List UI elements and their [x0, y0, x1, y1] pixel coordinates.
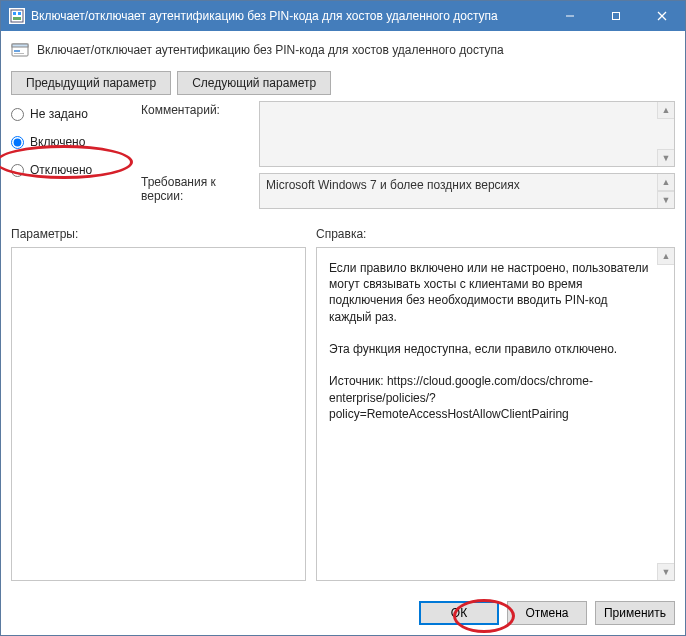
scroll-up-icon[interactable]: ▲ [657, 248, 674, 265]
version-label: Требования к версии: [141, 173, 249, 209]
help-text: Если правило включено или не настроено, … [317, 248, 674, 434]
policy-editor-window: Включает/отключает аутентификацию без PI… [0, 0, 686, 636]
radio-not-configured-label: Не задано [30, 107, 88, 121]
comment-value [260, 102, 674, 110]
help-label: Справка: [316, 227, 366, 241]
dialog-footer: ОК Отмена Применить [1, 591, 685, 635]
svg-rect-0 [11, 10, 23, 22]
policy-header: Включает/отключает аутентификацию без PI… [1, 31, 685, 63]
ok-button[interactable]: ОК [419, 601, 499, 625]
radio-disabled[interactable]: Отключено [11, 163, 131, 177]
scroll-down-icon[interactable]: ▼ [657, 191, 674, 208]
radio-enabled-input[interactable] [11, 136, 24, 149]
radio-disabled-input[interactable] [11, 164, 24, 177]
comment-textarea[interactable]: ▲ ▼ [259, 101, 675, 167]
radio-enabled-label: Включено [30, 135, 85, 149]
version-textarea: Microsoft Windows 7 и более поздних верс… [259, 173, 675, 209]
scroll-up-icon[interactable]: ▲ [657, 102, 674, 119]
svg-rect-1 [13, 12, 16, 15]
apply-button[interactable]: Применить [595, 601, 675, 625]
cancel-button[interactable]: Отмена [507, 601, 587, 625]
scroll-up-icon[interactable]: ▲ [657, 174, 674, 191]
svg-rect-5 [613, 13, 620, 20]
scroll-down-icon[interactable]: ▼ [657, 563, 674, 580]
svg-rect-9 [12, 44, 28, 47]
radio-not-configured-input[interactable] [11, 108, 24, 121]
policy-icon [11, 41, 29, 59]
svg-rect-10 [14, 50, 20, 52]
fields-column: Комментарий: ▲ ▼ Требования к версии: Mi… [141, 101, 675, 209]
params-panel [11, 247, 306, 581]
svg-rect-11 [14, 53, 24, 54]
radio-not-configured[interactable]: Не задано [11, 107, 131, 121]
app-icon [9, 8, 25, 24]
next-setting-button[interactable]: Следующий параметр [177, 71, 331, 95]
window-controls [547, 1, 685, 31]
radio-enabled[interactable]: Включено [11, 135, 131, 149]
nav-buttons: Предыдущий параметр Следующий параметр [1, 63, 685, 101]
titlebar: Включает/отключает аутентификацию без PI… [1, 1, 685, 31]
close-button[interactable] [639, 1, 685, 31]
radio-disabled-label: Отключено [30, 163, 92, 177]
panel-labels: Параметры: Справка: [11, 227, 675, 241]
comment-row: Комментарий: ▲ ▼ [141, 101, 675, 167]
state-radios: Не задано Включено Отключено [11, 101, 131, 209]
minimize-button[interactable] [547, 1, 593, 31]
svg-rect-2 [18, 12, 21, 15]
svg-rect-3 [13, 17, 21, 20]
maximize-button[interactable] [593, 1, 639, 31]
window-title: Включает/отключает аутентификацию без PI… [31, 9, 547, 23]
upper-section: Не задано Включено Отключено Комментарий… [11, 101, 675, 209]
scroll-down-icon[interactable]: ▼ [657, 149, 674, 166]
content-area: Не задано Включено Отключено Комментарий… [1, 101, 685, 591]
params-label: Параметры: [11, 227, 306, 241]
panels: Если правило включено или не настроено, … [11, 247, 675, 581]
previous-setting-button[interactable]: Предыдущий параметр [11, 71, 171, 95]
version-value: Microsoft Windows 7 и более поздних верс… [260, 174, 674, 196]
comment-label: Комментарий: [141, 101, 249, 167]
help-panel: Если правило включено или не настроено, … [316, 247, 675, 581]
version-row: Требования к версии: Microsoft Windows 7… [141, 173, 675, 209]
policy-title-text: Включает/отключает аутентификацию без PI… [37, 43, 504, 57]
